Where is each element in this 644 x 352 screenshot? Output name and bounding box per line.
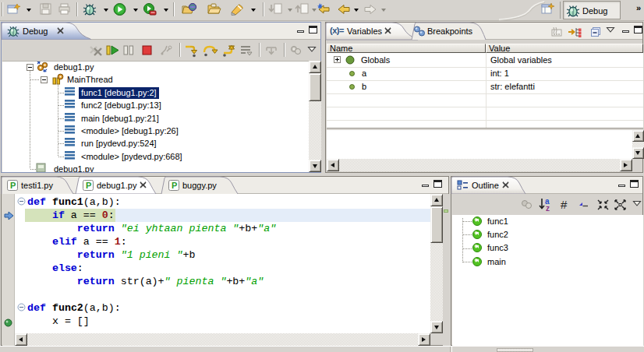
svg-text:P: P bbox=[10, 181, 16, 190]
svg-text:z: z bbox=[546, 204, 550, 213]
svg-text:P: P bbox=[172, 181, 177, 190]
svg-text:P: P bbox=[86, 181, 91, 190]
svg-text:#: # bbox=[561, 198, 568, 211]
